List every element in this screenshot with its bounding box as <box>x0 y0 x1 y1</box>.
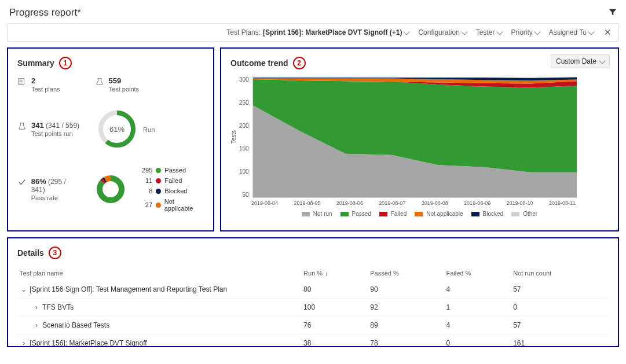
filter-test-plans[interactable]: Test Plans: [Sprint 156]: MarketPlace DV… <box>226 28 409 36</box>
beaker-icon <box>95 77 104 86</box>
chevron-right-icon[interactable]: › <box>20 339 28 347</box>
trend-legend-other: Other <box>511 211 537 217</box>
chevron-right-icon[interactable]: › <box>32 303 41 311</box>
filter-assigned-to[interactable]: Assigned To <box>549 28 594 36</box>
trend-legend: Not runPassedFailedNot applicableBlocked… <box>230 211 609 217</box>
col-run[interactable]: Run %↓ <box>301 266 368 281</box>
filter-tester[interactable]: Tester <box>476 28 502 36</box>
chevron-down-icon <box>496 28 503 35</box>
details-title: Details <box>17 248 44 258</box>
legend-item-blocked: 8Blocked <box>141 187 204 194</box>
summary-title: Summary <box>17 58 54 68</box>
callout-3: 3 <box>49 247 61 259</box>
chevron-down-icon[interactable]: ⌄ <box>20 285 28 293</box>
outcome-trend-panel: Outcome trend 2 Custom Date Tests 300250… <box>220 47 619 231</box>
test-plan-name: Scenario Based Tests <box>42 321 109 329</box>
callout-1: 1 <box>59 57 72 69</box>
table-row[interactable]: › TFS BVTs1009210 <box>17 299 609 317</box>
legend-item-passed: 295Passed <box>141 167 204 174</box>
sort-desc-icon: ↓ <box>325 270 328 277</box>
test-plan-icon <box>17 77 27 86</box>
trend-title: Outcome trend <box>230 58 288 68</box>
trend-chart <box>252 76 577 198</box>
table-row[interactable]: › [Sprint 156]: MarketPlace DVT Signoff3… <box>17 334 609 352</box>
beaker-icon <box>17 122 27 131</box>
filter-bar: Test Plans: [Sprint 156]: MarketPlace DV… <box>7 23 619 42</box>
details-table: Test plan name Run %↓ Passed % Failed % … <box>17 266 609 352</box>
x-axis-labels: 2019-08-042019-08-052019-08-062019-08-07… <box>251 200 576 206</box>
trend-legend-failed: Failed <box>379 211 407 217</box>
outcome-legend: 295Passed11Failed8Blocked27Not applicabl… <box>141 167 204 212</box>
table-row[interactable]: ⌄ [Sprint 156 Sign Off]: Test Management… <box>17 281 609 299</box>
filter-priority[interactable]: Priority <box>511 28 540 36</box>
y-axis-label: Tests <box>230 130 237 144</box>
filter-configuration[interactable]: Configuration <box>418 28 466 36</box>
custom-date-button[interactable]: Custom Date <box>551 54 610 68</box>
close-icon[interactable]: ✕ <box>603 27 613 38</box>
col-not-run[interactable]: Not run count <box>511 266 609 281</box>
y-axis-ticks: 30025020015010050 <box>239 76 252 198</box>
table-row[interactable]: › Scenario Based Tests7689457 <box>17 317 609 334</box>
trend-legend-blocked: Blocked <box>471 211 504 217</box>
chevron-down-icon <box>461 28 467 35</box>
filter-test-plans-label: Test Plans: <box>226 28 261 36</box>
summary-panel: Summary 1 2 Test plans <box>7 47 214 231</box>
test-plan-name: [Sprint 156 Sign Off]: Test Management a… <box>30 285 227 293</box>
legend-item-na: 27Not applicable <box>141 198 204 212</box>
chevron-down-icon <box>588 28 594 35</box>
summary-pass-rate: 86% (295 / 341) Pass rate <box>17 177 80 201</box>
trend-legend-na: Not applicable <box>415 211 463 217</box>
details-panel: Details 3 Test plan name Run %↓ Passed %… <box>7 237 619 347</box>
trend-legend-not_run: Not run <box>302 211 332 217</box>
chevron-down-icon <box>599 57 605 64</box>
run-percent-donut: 61% <box>97 109 137 149</box>
test-plan-name: [Sprint 156]: MarketPlace DVT Signoff <box>30 339 147 347</box>
test-plan-name: TFS BVTs <box>42 303 74 311</box>
callout-2: 2 <box>293 57 306 69</box>
chevron-down-icon <box>404 28 410 35</box>
page-title: Progress report* <box>9 7 81 19</box>
filter-icon[interactable] <box>609 8 617 18</box>
trend-legend-passed: Passed <box>341 211 371 217</box>
legend-item-failed: 11Failed <box>141 177 204 184</box>
chevron-right-icon[interactable]: › <box>32 321 41 329</box>
check-icon <box>17 178 27 187</box>
filter-test-plans-value: [Sprint 156]: MarketPlace DVT Signoff (+… <box>263 28 402 36</box>
col-passed[interactable]: Passed % <box>368 266 444 281</box>
chevron-down-icon <box>534 28 540 35</box>
outcome-donut <box>93 172 128 207</box>
summary-test-plans: 2 Test plans <box>17 76 60 93</box>
summary-test-points: 559 Test points <box>95 76 140 93</box>
col-name[interactable]: Test plan name <box>17 266 301 281</box>
summary-test-points-run: 341 (341 / 559) Test points run <box>17 121 79 137</box>
col-failed[interactable]: Failed % <box>444 266 511 281</box>
